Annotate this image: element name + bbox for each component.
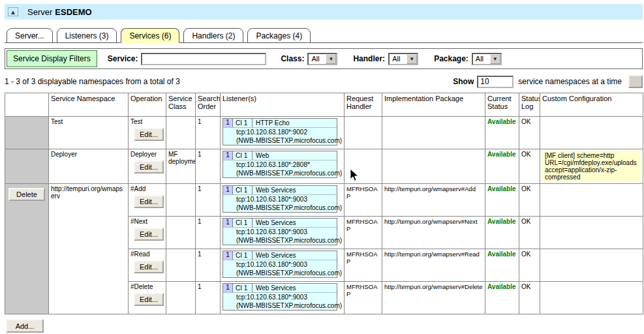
column-header: Service Class [166,93,196,117]
tab-listeners-3[interactable]: Listeners (3) [57,28,117,43]
listener-box: 1CI 1Web Servicestcp:10.120.63.180*:9003… [222,218,337,245]
row-action-cell [5,117,49,149]
search-order-cell: 1 [196,184,221,217]
custom-config-cell [540,184,643,217]
listener-title-row: 1CI 1Web Services [223,284,337,293]
service-class-cell: MF deployment [166,149,196,184]
column-header: Operation [129,93,166,117]
table-row: TestTestEdit...11CI 1HTTP Echotcp:10.120… [5,117,643,149]
namespace-cell: Deployer [49,149,129,184]
listener-cell: 1CI 1Web Servicestcp:10.120.63.180*:9003… [221,217,345,249]
cutoff-button[interactable] [628,75,643,88]
tab-services-6[interactable]: Services (6) [121,28,179,43]
listener-title-row: 1CI 1Web [223,151,337,160]
tab-bar: Server...Listeners (3)Services (6)Handle… [5,25,643,43]
listener-name: Web Services [253,284,337,292]
current-status-cell: Available [485,117,519,149]
edit-button[interactable]: Edit... [134,160,164,174]
column-header: Custom Configuration [540,93,643,117]
page: ▲ ServerESDEMO Server...Listeners (3)Ser… [0,0,644,334]
edit-button[interactable]: Edit... [134,228,164,241]
listener-cell: 1CI 1HTTP Echotcp:10.120.63.180*:9002(NW… [221,117,345,149]
current-status-cell: Available [485,282,519,314]
class-filter-select[interactable]: All▼ [307,53,337,65]
show-count-input[interactable] [477,76,514,88]
listener-name: Web Services [253,251,337,260]
namespace-cell: http://tempuri.org/wmapserv [49,184,129,314]
listener-host: (NWB-MBISSETXP.microfocus.com) [223,236,337,245]
add-button[interactable]: Add... [6,319,44,333]
listener-host: (NWB-MBISSETXP.microfocus.com) [223,301,337,310]
operation-name: Test [130,118,164,125]
status-log-cell: OK [519,149,540,184]
operation-name: #Add [130,185,164,192]
show-label: Show [453,77,474,86]
column-header: Status Log [519,93,540,117]
implementation-cell: http://tempuri.org/wmapserv#Next [382,217,485,249]
listener-box: 1CI 1HTTP Echotcp:10.120.63.180*:9002(NW… [222,118,337,145]
custom-config-cell [540,249,643,282]
column-header: Implementation Package [382,93,485,117]
listener-number: 1 [223,284,233,292]
edit-button[interactable]: Edit... [134,195,164,208]
operation-name: #Read [130,250,164,258]
page-title: ServerESDEMO [27,7,92,17]
status-log-cell: OK [519,282,540,314]
search-order-cell: 1 [196,149,221,184]
operation-cell: #NextEdit... [129,217,166,249]
service-filter-label: Service: [108,54,138,63]
listener-conversation: CI 1 [233,186,253,194]
package-filter-label: Package: [434,54,468,63]
column-header: Request Handler [345,93,382,117]
package-filter-select[interactable]: All▼ [472,53,502,65]
tab-server[interactable]: Server... [7,28,53,43]
listener-box: 1CI 1Web Servicestcp:10.120.63.180*:9003… [222,283,337,311]
handler-filter-select[interactable]: All▼ [388,53,418,65]
tab-handlers-2[interactable]: Handlers (2) [183,28,243,43]
tab-packages-4[interactable]: Packages (4) [247,28,311,43]
listener-conversation: CI 1 [233,219,253,227]
implementation-cell: http://tempuri.org/wmapserv#Delete [382,282,485,314]
edit-button[interactable]: Edit... [134,260,164,273]
range-text: 1 - 3 of 3 displayable namespaces from a… [5,77,453,86]
listener-name: Web Services [253,186,337,194]
search-order-cell: 1 [196,217,221,249]
request-handler-cell: MFRHSOAP [345,184,382,217]
delete-button[interactable]: Delete [8,188,45,201]
service-class-cell [166,117,196,149]
status-log-cell: OK [519,184,540,217]
pager-bar: 1 - 3 of 3 displayable namespaces from a… [5,75,643,88]
listener-title-row: 1CI 1Web Services [223,219,337,228]
implementation-cell: http://tempuri.org/wmapserv#Add [382,184,485,217]
listener-box: 1CI 1Webtcp:10.120.63.180*:2808*(NWB-MBI… [222,151,337,178]
listener-number: 1 [223,119,233,127]
column-header: Search Order [196,93,221,117]
listener-host: (NWB-MBISSETXP.microfocus.com) [223,204,337,212]
listener-name: HTTP Echo [253,119,337,127]
table-header-row: Service NamespaceOperationService ClassS… [5,93,643,117]
listener-cell: 1CI 1Webtcp:10.120.63.180*:2808*(NWB-MBI… [221,149,345,184]
table-row: DeployerDeployerEdit...MF deployment11CI… [5,149,643,184]
filter-bar: Service Display Filters Service: Class: … [5,48,643,69]
custom-config-cell [540,117,643,149]
status-log-cell: OK [519,217,540,249]
search-order-cell: 1 [196,249,221,282]
collapse-triangle-icon[interactable]: ▲ [8,7,18,16]
handler-filter-label: Handler: [353,54,385,63]
operation-name: #Next [130,218,164,225]
implementation-cell [382,117,485,149]
service-filter-input[interactable] [141,53,266,65]
listener-conversation: CI 1 [233,151,253,160]
class-filter-value: All [309,54,326,64]
edit-button[interactable]: Edit... [134,293,164,306]
column-header [5,93,49,117]
listener-number: 1 [223,151,233,160]
request-handler-cell: MFRHSOAP [345,217,382,249]
request-handler-cell: MFRHSOAP [345,282,382,314]
listener-cell: 1CI 1Web Servicestcp:10.120.63.180*:9003… [221,282,345,314]
edit-button[interactable]: Edit... [134,128,164,141]
filter-panel-label[interactable]: Service Display Filters [7,50,97,67]
service-class-cell [166,217,196,249]
column-header: Service Namespace [49,93,129,117]
column-header: Listener(s) [221,93,345,117]
